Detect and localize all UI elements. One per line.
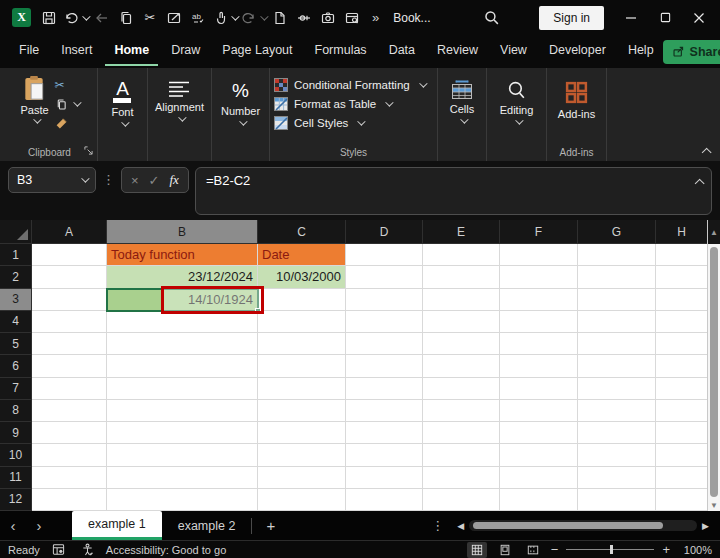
- fill-handle[interactable]: [255, 308, 261, 314]
- cell-F4[interactable]: [500, 311, 578, 333]
- cell-D2[interactable]: [346, 266, 423, 288]
- column-header-d[interactable]: D: [346, 220, 423, 244]
- expand-formula-bar-icon[interactable]: [695, 179, 705, 189]
- cell-A4[interactable]: [32, 311, 107, 333]
- paste-button[interactable]: Paste: [20, 72, 48, 130]
- cell-E3[interactable]: [423, 289, 500, 311]
- scroll-right-icon[interactable]: ▶: [699, 521, 712, 531]
- horizontal-scrollbar[interactable]: ◀ ▶: [454, 520, 712, 531]
- cell-F1[interactable]: [500, 244, 578, 266]
- cell-E1[interactable]: [423, 244, 500, 266]
- zoom-in-icon[interactable]: +: [662, 542, 670, 557]
- cell-C2[interactable]: 10/03/2000: [258, 266, 346, 288]
- cell-G9[interactable]: [578, 422, 656, 444]
- tab-insert[interactable]: Insert: [52, 37, 101, 66]
- cell-C12[interactable]: [258, 489, 346, 511]
- cell-C11[interactable]: [258, 467, 346, 489]
- cell-F11[interactable]: [500, 467, 578, 489]
- zoom-out-icon[interactable]: −: [551, 542, 559, 557]
- format-as-table-button[interactable]: Format as Table: [274, 97, 425, 111]
- number-dropdown-button[interactable]: % Number: [221, 72, 260, 126]
- row-header-5[interactable]: 5: [0, 333, 32, 355]
- cell-H11[interactable]: [656, 467, 708, 489]
- row-header-4[interactable]: 4: [0, 311, 32, 333]
- camera-icon[interactable]: [316, 5, 340, 31]
- accessibility-status[interactable]: Accessibility: Good to go: [106, 544, 226, 556]
- accessibility-icon[interactable]: [77, 542, 98, 558]
- select-all-corner[interactable]: [0, 220, 32, 244]
- clipboard-dialog-launcher-icon[interactable]: [84, 144, 93, 158]
- tab-page-layout[interactable]: Page Layout: [213, 37, 301, 66]
- cell-C1[interactable]: Date: [258, 244, 346, 266]
- cell-E2[interactable]: [423, 266, 500, 288]
- row-header-1[interactable]: 1: [0, 244, 32, 266]
- cell-A9[interactable]: [32, 422, 107, 444]
- cell-D10[interactable]: [346, 444, 423, 466]
- spelling-icon[interactable]: ab: [186, 5, 210, 31]
- sheet-tab-example-2[interactable]: example 2: [162, 511, 252, 540]
- insert-function-icon[interactable]: fx: [170, 172, 179, 188]
- cell-B11[interactable]: [107, 467, 258, 489]
- cancel-icon[interactable]: ×: [131, 173, 139, 188]
- zoom-level[interactable]: 100%: [678, 544, 712, 556]
- cell-C8[interactable]: [258, 400, 346, 422]
- cell-F3[interactable]: [500, 289, 578, 311]
- excel-app-icon[interactable]: X: [12, 8, 31, 27]
- new-sheet-button[interactable]: +: [252, 517, 289, 534]
- column-header-b[interactable]: B: [107, 220, 258, 244]
- normal-view-icon[interactable]: [467, 542, 487, 558]
- scroll-left-icon[interactable]: ◀: [454, 521, 467, 531]
- format-painter-button[interactable]: [55, 116, 79, 130]
- cell-E10[interactable]: [423, 444, 500, 466]
- cell-H2[interactable]: [656, 266, 708, 288]
- cell-A11[interactable]: [32, 467, 107, 489]
- cell-D12[interactable]: [346, 489, 423, 511]
- cell-G5[interactable]: [578, 333, 656, 355]
- maximize-button[interactable]: [648, 4, 682, 32]
- scroll-down-icon[interactable]: ▼: [708, 501, 720, 510]
- scroll-up-icon[interactable]: ▲: [708, 220, 720, 244]
- tab-view[interactable]: View: [491, 37, 536, 66]
- cell-H3[interactable]: [656, 289, 708, 311]
- cell-D8[interactable]: [346, 400, 423, 422]
- row-header-10[interactable]: 10: [0, 444, 32, 466]
- cell-H6[interactable]: [656, 355, 708, 377]
- cell-H1[interactable]: [656, 244, 708, 266]
- cell-C7[interactable]: [258, 378, 346, 400]
- column-header-c[interactable]: C: [258, 220, 346, 244]
- cell-A1[interactable]: [32, 244, 107, 266]
- cell-D5[interactable]: [346, 333, 423, 355]
- sheet-options-icon[interactable]: ⋮: [421, 518, 454, 533]
- cell-B5[interactable]: [107, 333, 258, 355]
- cut-icon[interactable]: ✂: [138, 5, 162, 31]
- row-header-3[interactable]: 3: [0, 289, 32, 311]
- cut-button[interactable]: ✂: [55, 78, 79, 92]
- cell-C3[interactable]: [258, 289, 346, 311]
- sheet-nav-right-icon[interactable]: ›: [26, 517, 52, 534]
- touch-mode-icon[interactable]: [210, 5, 239, 31]
- cell-H12[interactable]: [656, 489, 708, 511]
- close-button[interactable]: [682, 4, 716, 32]
- zoom-slider-thumb[interactable]: [610, 545, 613, 554]
- share-button[interactable]: Share: [663, 40, 720, 64]
- workbook-statistics-icon[interactable]: [340, 5, 364, 31]
- strikethrough-icon[interactable]: [292, 5, 316, 31]
- cell-B4[interactable]: [107, 311, 258, 333]
- new-file-icon[interactable]: [268, 5, 292, 31]
- cell-H10[interactable]: [656, 444, 708, 466]
- column-header-f[interactable]: F: [500, 220, 578, 244]
- name-box[interactable]: B3: [8, 167, 96, 193]
- cell-G6[interactable]: [578, 355, 656, 377]
- cell-F7[interactable]: [500, 378, 578, 400]
- paste-picture-icon[interactable]: [162, 5, 186, 31]
- cell-H8[interactable]: [656, 400, 708, 422]
- cell-F12[interactable]: [500, 489, 578, 511]
- cell-C10[interactable]: [258, 444, 346, 466]
- row-header-11[interactable]: 11: [0, 467, 32, 489]
- cell-H5[interactable]: [656, 333, 708, 355]
- cell-E8[interactable]: [423, 400, 500, 422]
- cell-C6[interactable]: [258, 355, 346, 377]
- cell-A8[interactable]: [32, 400, 107, 422]
- cell-F8[interactable]: [500, 400, 578, 422]
- cell-A2[interactable]: [32, 266, 107, 288]
